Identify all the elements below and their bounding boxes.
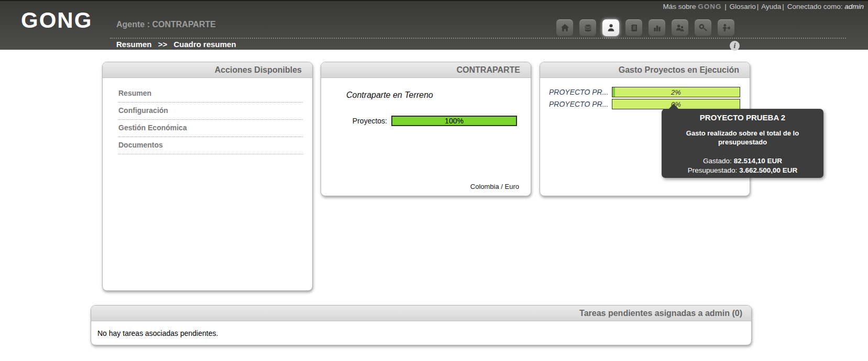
project-progress-bar[interactable]: 2% — [612, 87, 740, 97]
project-name-link[interactable]: PROYECTO PR... — [549, 88, 612, 96]
gastado-line: Gastado: 82.514,10 EUR — [662, 156, 823, 166]
separator: | — [724, 3, 727, 10]
gong-brand-text: GONG — [698, 3, 721, 10]
notebook-icon[interactable] — [625, 19, 642, 36]
topbar: Más sobre GONG | Glosario| Ayuda| Conect… — [663, 3, 864, 10]
page-title: Agente : CONTRAPARTE — [116, 20, 216, 29]
project-progress-row: PROYECTO PR... 0% — [540, 99, 750, 109]
header-divider — [110, 38, 846, 39]
app-header: Más sobre GONG | Glosario| Ayuda| Conect… — [0, 0, 868, 50]
mas-sobre-gong-link[interactable]: Más sobre GONG — [663, 3, 721, 10]
info-icon[interactable]: i — [730, 41, 740, 51]
separator: | — [782, 3, 784, 10]
gasto-rows: PROYECTO PR... 2% PROYECTO PR... 0% — [540, 78, 750, 109]
breadcrumb: Resumen >> Cuadro resumen — [116, 40, 236, 49]
gastado-label: Gastado: — [703, 157, 732, 165]
project-tooltip: PROYECTO PRUEBA 2 Gasto realizado sobre … — [662, 109, 823, 178]
chart-icon[interactable] — [649, 19, 665, 36]
menu-item-documentos[interactable]: Documentos — [118, 137, 303, 154]
project-progress-row: PROYECTO PR... 2% — [540, 87, 750, 97]
gong-app: Más sobre GONG | Glosario| Ayuda| Conect… — [0, 0, 868, 361]
menu-item-gestion-economica[interactable]: Gestión Económica — [118, 120, 303, 137]
card-header: Gasto Proyectos en Ejecución — [540, 62, 750, 78]
proyectos-label: Proyectos: — [334, 117, 391, 125]
card-header: CONTRAPARTE — [321, 62, 531, 78]
tooltip-amounts: Gastado: 82.514,10 EUR Presupuestado: 3.… — [662, 156, 823, 175]
progress-value-label: 100% — [392, 117, 516, 125]
card-header: Acciones Disponibles — [103, 62, 312, 78]
key-icon[interactable] — [695, 19, 711, 36]
presupuestado-value: 3.662.500,00 EUR — [739, 166, 797, 174]
presupuestado-label: Presupuestado: — [688, 166, 738, 174]
tooltip-description: Gasto realizado sobre el total de lo pre… — [677, 129, 808, 147]
breadcrumb-resumen[interactable]: Resumen — [116, 40, 152, 49]
proyectos-progress-bar: 100% — [391, 116, 517, 126]
project-name-link[interactable]: PROYECTO PR... — [549, 100, 612, 108]
presupuestado-line: Presupuestado: 3.662.500,00 EUR — [662, 166, 823, 175]
card-title: Tareas pendientes asignadas a admin (0) — [579, 309, 742, 318]
database-icon[interactable] — [579, 19, 596, 36]
actions-menu: Resumen Configuración Gestión Económica … — [118, 85, 303, 154]
card-header: Tareas pendientes asignadas a admin (0) — [91, 306, 751, 321]
menu-item-configuracion[interactable]: Configuración — [118, 103, 303, 120]
separator: | — [757, 3, 759, 10]
main-toolbar — [556, 19, 734, 36]
card-title: CONTRAPARTE — [457, 65, 520, 75]
breadcrumb-separator: >> — [158, 40, 168, 49]
tooltip-project-title: PROYECTO PRUEBA 2 — [662, 113, 823, 122]
empty-tasks-message: No hay tareas asociadas pendientes. — [91, 321, 751, 337]
card-tareas-pendientes: Tareas pendientes asignadas a admin (0) … — [91, 305, 752, 345]
user-icon[interactable] — [602, 19, 619, 36]
connected-as-label: Conectado como: — [787, 3, 843, 10]
menu-item-resumen[interactable]: Resumen — [118, 85, 303, 103]
card-title: Acciones Disponibles — [215, 65, 302, 75]
agent-type-subtitle: Contraparte en Terreno — [346, 91, 531, 100]
glosario-link[interactable]: Glosario — [730, 3, 756, 10]
progress-value-label: 2% — [612, 87, 740, 97]
proyectos-progress-row: Proyectos: 100% — [321, 116, 531, 126]
card-contraparte: CONTRAPARTE Contraparte en Terreno Proye… — [321, 62, 531, 196]
ayuda-link[interactable]: Ayuda — [761, 3, 781, 10]
home-icon[interactable] — [556, 19, 573, 36]
current-user: admin — [844, 3, 864, 10]
group-icon[interactable] — [672, 19, 688, 36]
country-currency-label: Colombia / Euro — [470, 183, 519, 190]
breadcrumb-cuadro-resumen[interactable]: Cuadro resumen — [173, 40, 236, 49]
mas-sobre-label: Más sobre — [663, 3, 696, 10]
gong-logo[interactable]: GONG — [21, 9, 92, 31]
card-title: Gasto Proyectos en Ejecución — [619, 65, 739, 75]
gastado-value: 82.514,10 EUR — [734, 157, 782, 165]
logout-icon[interactable] — [718, 19, 734, 36]
card-acciones-disponibles: Acciones Disponibles Resumen Configuraci… — [102, 62, 313, 291]
